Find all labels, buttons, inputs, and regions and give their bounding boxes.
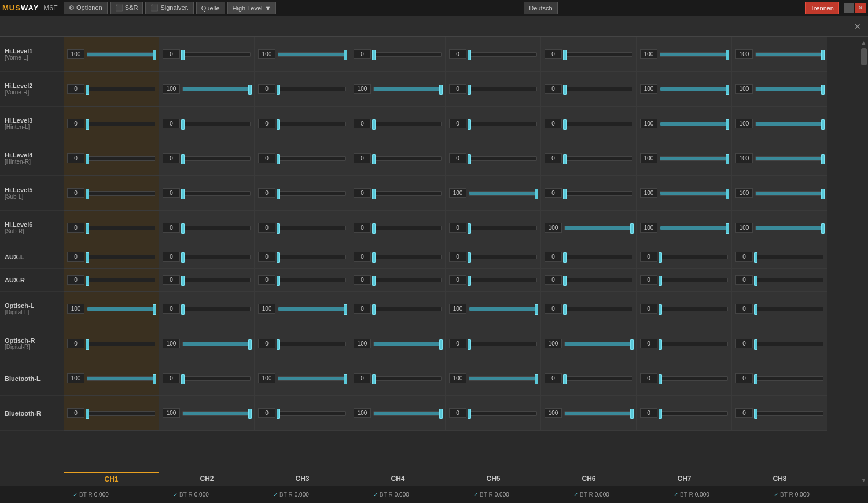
slider-cell-r1-c5[interactable]: 0 (541, 72, 637, 107)
slider-cell-r4-c2[interactable]: 0 (255, 176, 350, 211)
slider-thumb-r1-c1[interactable] (248, 85, 252, 95)
slider-thumb-r4-c3[interactable] (372, 189, 376, 199)
slider-cell-r2-c4[interactable]: 0 (446, 107, 541, 141)
slider-track-r5-c2[interactable] (278, 226, 346, 230)
slider-cell-r10-c1[interactable]: 0 (159, 361, 255, 396)
slider-cell-r10-c7[interactable]: 0 (732, 361, 827, 396)
slider-track-r6-c7[interactable] (755, 255, 823, 259)
slider-thumb-r3-c2[interactable] (277, 154, 280, 164)
slider-cell-r10-c5[interactable]: 0 (541, 361, 637, 396)
slider-cell-r7-c5[interactable]: 0 (541, 269, 637, 292)
slider-cell-r0-c0[interactable]: 100 (64, 37, 159, 72)
slider-cell-r8-c6[interactable]: 0 (637, 292, 732, 326)
right-scrollbar[interactable]: ▲ ▼ (859, 37, 868, 486)
slider-track-r6-c0[interactable] (87, 255, 155, 259)
slider-cell-r6-c6[interactable]: 0 (637, 245, 732, 269)
slider-track-r0-c0[interactable] (87, 52, 155, 57)
slider-thumb-r4-c7[interactable] (821, 189, 825, 199)
scroll-down-arrow[interactable]: ▼ (860, 476, 868, 484)
slider-track-r8-c2[interactable] (278, 307, 346, 311)
slider-cell-r8-c5[interactable]: 0 (541, 292, 637, 326)
slider-thumb-r11-c0[interactable] (86, 409, 89, 419)
slider-track-r6-c6[interactable] (660, 255, 728, 259)
slider-track-r6-c5[interactable] (564, 255, 632, 259)
slider-thumb-r9-c3[interactable] (439, 339, 443, 350)
slider-cell-r2-c5[interactable]: 0 (541, 107, 637, 141)
slider-thumb-r7-c1[interactable] (181, 276, 185, 286)
slider-track-r9-c5[interactable] (564, 342, 632, 346)
scroll-up-arrow[interactable]: ▲ (860, 38, 868, 47)
slider-cell-r3-c5[interactable]: 0 (541, 141, 637, 176)
slider-track-r10-c6[interactable] (660, 376, 728, 381)
scroll-thumb[interactable] (861, 48, 867, 65)
disconnect-button[interactable]: Trennen (805, 2, 839, 14)
slider-thumb-r3-c0[interactable] (86, 154, 89, 164)
slider-thumb-r2-c1[interactable] (181, 119, 185, 130)
slider-thumb-r9-c4[interactable] (468, 339, 471, 350)
slider-thumb-r4-c0[interactable] (86, 189, 89, 199)
slider-thumb-r5-c6[interactable] (726, 223, 729, 234)
slider-cell-r7-c6[interactable]: 0 (637, 269, 732, 292)
slider-track-r10-c0[interactable] (87, 376, 155, 381)
slider-thumb-r5-c7[interactable] (821, 223, 825, 234)
slider-thumb-r8-c5[interactable] (563, 304, 567, 315)
slider-track-r2-c6[interactable] (660, 122, 728, 126)
slider-track-r9-c7[interactable] (755, 342, 823, 346)
slider-track-r2-c1[interactable] (182, 122, 251, 126)
slider-track-r8-c3[interactable] (373, 307, 442, 311)
slider-thumb-r10-c3[interactable] (372, 374, 376, 384)
slider-thumb-r4-c6[interactable] (726, 189, 729, 199)
slider-cell-r0-c2[interactable]: 100 (255, 37, 350, 72)
slider-cell-r8-c1[interactable]: 0 (159, 292, 255, 326)
channel-name-0[interactable]: CH1 (64, 472, 159, 486)
slider-thumb-r2-c5[interactable] (563, 119, 567, 130)
slider-thumb-r6-c0[interactable] (86, 252, 89, 263)
slider-cell-r10-c0[interactable]: 100 (64, 361, 159, 396)
slider-track-r8-c6[interactable] (660, 307, 728, 311)
slider-cell-r11-c2[interactable]: 0 (255, 396, 350, 431)
slider-track-r10-c1[interactable] (182, 376, 251, 381)
slider-track-r7-c0[interactable] (87, 278, 155, 282)
slider-track-r3-c2[interactable] (278, 156, 346, 161)
slider-thumb-r11-c7[interactable] (754, 409, 757, 419)
slider-track-r5-c5[interactable] (564, 226, 632, 230)
slider-track-r9-c0[interactable] (87, 342, 155, 346)
channel-name-6[interactable]: CH7 (637, 472, 732, 486)
slider-thumb-r6-c2[interactable] (277, 252, 280, 263)
slider-thumb-r0-c1[interactable] (181, 50, 185, 60)
slider-thumb-r11-c1[interactable] (248, 409, 252, 419)
slider-cell-r4-c0[interactable]: 0 (64, 176, 159, 211)
slider-thumb-r9-c0[interactable] (86, 339, 89, 350)
slider-track-r3-c3[interactable] (373, 156, 442, 161)
slider-thumb-r11-c2[interactable] (277, 409, 280, 419)
slider-cell-r1-c2[interactable]: 0 (255, 72, 350, 107)
slider-thumb-r0-c7[interactable] (821, 50, 825, 60)
slider-cell-r10-c6[interactable]: 0 (637, 361, 732, 396)
slider-thumb-r11-c6[interactable] (659, 409, 662, 419)
slider-cell-r9-c5[interactable]: 100 (541, 326, 637, 361)
highlevel-button[interactable]: High Level ▼ (227, 2, 277, 14)
slider-track-r8-c0[interactable] (87, 307, 155, 311)
slider-track-r4-c1[interactable] (182, 191, 251, 196)
slider-thumb-r4-c2[interactable] (277, 189, 280, 199)
slider-cell-r11-c7[interactable]: 0 (732, 396, 827, 431)
slider-thumb-r2-c3[interactable] (372, 119, 376, 130)
slider-track-r1-c3[interactable] (373, 87, 442, 91)
slider-track-r3-c7[interactable] (755, 156, 823, 161)
slider-cell-r11-c4[interactable]: 0 (446, 396, 541, 431)
slider-track-r0-c5[interactable] (564, 52, 632, 57)
slider-track-r5-c3[interactable] (373, 226, 442, 230)
slider-thumb-r7-c7[interactable] (754, 276, 757, 286)
slider-cell-r9-c1[interactable]: 100 (159, 326, 255, 361)
slider-cell-r9-c2[interactable]: 0 (255, 326, 350, 361)
slider-thumb-r0-c2[interactable] (344, 50, 347, 60)
slider-track-r0-c6[interactable] (660, 52, 728, 57)
slider-track-r1-c5[interactable] (564, 87, 632, 91)
slider-cell-r6-c2[interactable]: 0 (255, 245, 350, 269)
slider-cell-r1-c1[interactable]: 100 (159, 72, 255, 107)
slider-thumb-r8-c1[interactable] (181, 304, 185, 315)
slider-cell-r3-c6[interactable]: 100 (637, 141, 732, 176)
slider-thumb-r2-c7[interactable] (821, 119, 825, 130)
slider-thumb-r3-c4[interactable] (468, 154, 471, 164)
slider-thumb-r3-c6[interactable] (726, 154, 729, 164)
